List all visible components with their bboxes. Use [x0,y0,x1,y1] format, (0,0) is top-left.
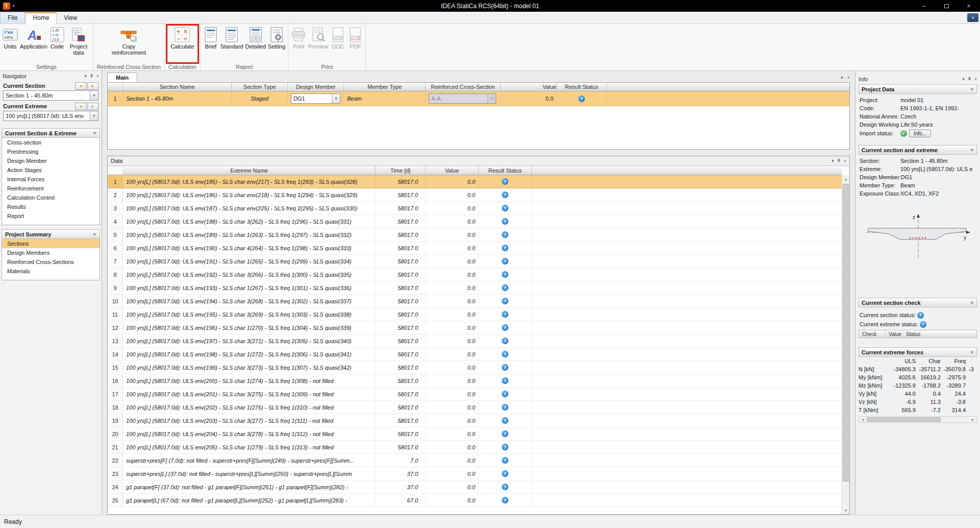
sidebar-item-design-member[interactable]: Design Member [2,156,100,165]
project-summary-panel-header[interactable]: Project Summary » [2,229,100,239]
ribbon-collapse-button[interactable]: ▾ [967,13,978,22]
data-row[interactable]: 25g1 parapet[L] (67.0d): not filled - g1… [108,494,842,507]
data-row[interactable]: 3100 yrs[L] (58017.0d): ULS env(187) - S… [108,202,842,215]
report-brief-button[interactable]: Brief [202,25,219,51]
data-dropdown-icon[interactable]: ▾ [831,158,834,163]
sidebar-item-action-stages[interactable]: Action Stages [2,165,100,175]
chevron-down-icon[interactable]: ▾ [90,91,98,100]
sidebar-item-reinforcement[interactable]: Reinforcement [2,184,100,193]
data-row[interactable]: 1100 yrs[L] (58017.0d): ULS env(185) - S… [108,175,842,188]
data-row[interactable]: 20100 yrs[L] (58017.0d): ULS env(204) - … [108,427,842,441]
data-row[interactable]: 4100 yrs[L] (58017.0d): ULS env(188) - S… [108,215,842,228]
horizontal-scrollbar[interactable]: ◄ ► [859,416,977,423]
sidebar-item-cross-section[interactable]: Cross-section [2,138,100,147]
extreme-prev-button[interactable]: ◄ [75,103,86,110]
quick-access-arrow-icon[interactable]: ▾ [13,4,15,8]
section-row[interactable]: 1 Section 1 - 45.80m Staged DG1 ▾ Beam A… [108,91,849,106]
info-close-icon[interactable]: × [974,77,977,82]
section-prev-button[interactable]: ◄ [75,82,86,90]
copy-reinforcement-button[interactable]: Copy reinforcement [107,25,150,57]
application-button[interactable]: A Application [19,25,48,51]
sidebar-item-internal-forces[interactable]: Internal Forces [2,175,100,184]
report-standard-button[interactable]: Standard [219,25,244,51]
data-row[interactable]: 22superstr+pres[F] (7.0d): not filled - … [108,454,842,467]
data-row[interactable]: 12100 yrs[L] (58017.0d): ULS env(196) - … [108,321,842,334]
data-row[interactable]: 13100 yrs[L] (58017.0d): ULS env(197) - … [108,334,842,348]
data-row[interactable]: 10100 yrs[L] (58017.0d): ULS env(194) - … [108,295,842,308]
question-status-icon: ? [502,430,508,437]
tab-view[interactable]: View [57,13,84,23]
sidebar-item-materials[interactable]: Materials [2,267,100,276]
calculate-button[interactable]: +×−= Calculate [167,25,197,51]
data-pin-icon[interactable] [837,158,841,164]
print-preview-button[interactable]: Preview [307,25,329,51]
scrollbar-thumb[interactable] [867,417,941,422]
navigator-close-icon[interactable]: × [96,74,99,79]
navigator-dropdown-icon[interactable]: ▾ [84,74,87,79]
project-data-button[interactable]: Project data [66,25,91,57]
data-row[interactable]: 17100 yrs[L] (58017.0d): ULS env(201) - … [108,388,842,401]
sidebar-item-design-members[interactable]: Design Members [2,248,100,257]
sidebar-item-report[interactable]: Report [2,211,100,221]
info-dropdown-icon[interactable]: ▾ [962,77,965,82]
print-button[interactable]: Print [290,25,307,51]
data-close-icon[interactable]: × [844,158,846,163]
scroll-left-icon[interactable]: ◄ [859,417,866,422]
sidebar-item-reinforced-cross-sections[interactable]: Reinforced Cross-Sections [2,257,100,267]
tabstrip-close-icon[interactable]: × [847,75,850,80]
section-check-header[interactable]: Current section check » [859,298,977,307]
maximize-button[interactable] [935,0,958,12]
scroll-up-icon[interactable]: ▲ [842,175,849,183]
tab-home[interactable]: Home [25,12,57,24]
data-row[interactable]: 2100 yrs[L] (58017.0d): ULS env(186) - S… [108,188,842,202]
data-row[interactable]: 21100 yrs[L] (58017.0d): ULS env(205) - … [108,441,842,454]
extreme-forces-header[interactable]: Current extreme forces » [859,347,977,357]
reinforced-cross-section-select[interactable]: A-A ▾ [429,93,496,104]
sidebar-item-results[interactable]: Results [2,202,100,211]
data-row[interactable]: 23superstr+pres[L] (37.0d): not filled -… [108,467,842,481]
data-row[interactable]: 15100 yrs[L] (58017.0d): ULS env(199) - … [108,361,842,374]
project-data-header[interactable]: Project Data » [859,84,977,94]
data-row[interactable]: 24g1 parapet[F] (37.0d): not filled - g1… [108,481,842,494]
report-setting-button[interactable]: Setting [267,25,286,51]
sidebar-item-calculation-control[interactable]: Calculation Control [2,193,100,202]
close-button[interactable]: × [958,0,980,12]
data-row[interactable]: 5100 yrs[L] (58017.0d): ULS env(189) - S… [108,228,842,242]
code-button[interactable]: 1.450.9025.8 Code [48,25,66,51]
sidebar-item-prestressing[interactable]: Prestressing [2,147,100,156]
current-section-header[interactable]: Current section and extreme » [859,145,977,155]
units-button[interactable]: t°kNMPa Units [2,25,19,51]
data-row[interactable]: 16100 yrs[L] (58017.0d): ULS env(200) - … [108,374,842,388]
info-button[interactable]: Info... [909,130,931,137]
scrollbar-thumb[interactable] [843,184,849,482]
data-row[interactable]: 8100 yrs[L] (58017.0d): ULS env(192) - S… [108,268,842,281]
data-row[interactable]: 14100 yrs[L] (58017.0d): ULS env(198) - … [108,348,842,361]
section-extreme-panel-header[interactable]: Current Section & Extreme » [2,128,100,138]
chevron-down-icon[interactable]: ▾ [90,111,98,121]
report-detailed-button[interactable]: Detailed [244,25,266,51]
vertical-scrollbar[interactable]: ▲ ▼ [842,175,849,514]
tab-main[interactable]: Main [107,73,137,82]
data-row[interactable]: 6100 yrs[L] (58017.0d): ULS env(190) - S… [108,242,842,255]
navigator-pin-icon[interactable] [89,74,94,79]
tabstrip-menu-icon[interactable]: ▾ [841,75,843,80]
data-row[interactable]: 9100 yrs[L] (58017.0d): ULS env(193) - S… [108,281,842,295]
data-row[interactable]: 19100 yrs[L] (58017.0d): ULS env(203) - … [108,414,842,427]
current-extreme-select[interactable]: 100 yrs[L] (58017.0d): ULS env ▾ [3,111,99,121]
info-pin-icon[interactable] [967,77,972,82]
current-section-select[interactable]: Section 1 - 45.80m ▾ [3,90,99,101]
scroll-down-icon[interactable]: ▼ [842,507,849,514]
extreme-next-button[interactable]: ► [87,103,99,110]
sidebar-item-sections[interactable]: Sections [2,239,100,248]
data-row[interactable]: 18100 yrs[L] (58017.0d): ULS env(202) - … [108,401,842,414]
data-row[interactable]: 11100 yrs[L] (58017.0d): ULS env(195) - … [108,308,842,321]
design-member-select[interactable]: DG1 ▾ [291,93,340,104]
minimize-button[interactable]: – [913,0,935,12]
doc-button[interactable]: DOC DOC [329,25,347,51]
section-next-button[interactable]: ► [87,82,99,90]
tab-file[interactable]: File [0,12,25,23]
data-row[interactable]: 7100 yrs[L] (58017.0d): ULS env(191) - S… [108,255,842,268]
scroll-right-icon[interactable]: ► [969,417,976,422]
chevron-down-icon[interactable]: ▾ [332,94,340,103]
pdf-button[interactable]: PDF PDF [347,25,364,51]
